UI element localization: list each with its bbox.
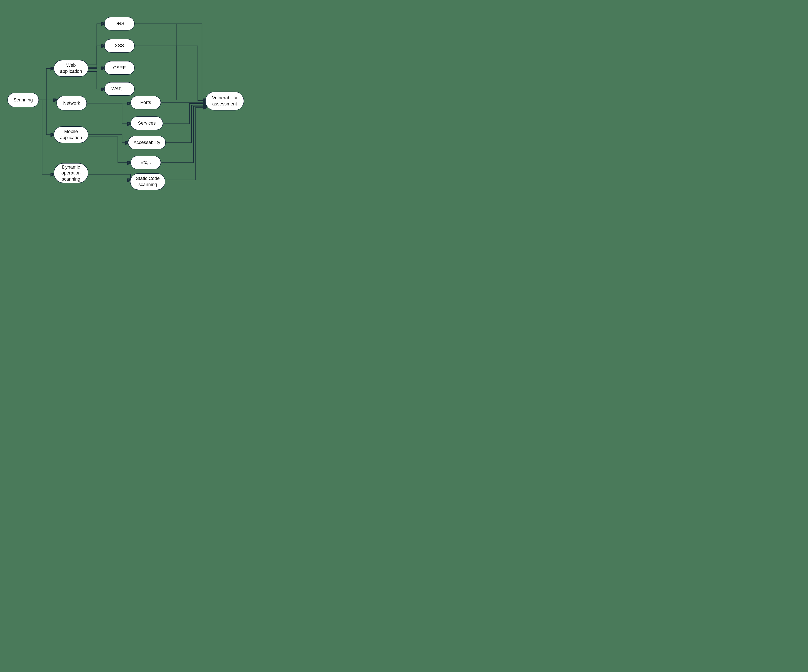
etc-node: Etc,.. xyxy=(130,156,161,169)
diagram-container: Scanning Web application Network Mobile … xyxy=(0,0,252,211)
dynamic-operation-scanning-node: Dynamic operation scanning xyxy=(53,163,88,183)
network-node: Network xyxy=(57,96,87,110)
static-code-scanning-node: Static Code scanning xyxy=(130,173,165,190)
waf-node: WAF, ... xyxy=(104,82,135,96)
dns-node: DNS xyxy=(104,17,135,30)
web-application-node: Web application xyxy=(53,60,88,77)
vulnerability-assessment-node: Vulnerability assessment xyxy=(205,92,244,110)
accessability-node: Accessability xyxy=(128,136,166,149)
scanning-node: Scanning xyxy=(7,93,39,107)
xss-node: XSS xyxy=(104,39,135,53)
ports-node: Ports xyxy=(130,96,161,109)
csrf-node: CSRF xyxy=(104,61,135,75)
services-node: Services xyxy=(130,116,163,130)
mobile-application-node: Mobile application xyxy=(53,126,88,143)
